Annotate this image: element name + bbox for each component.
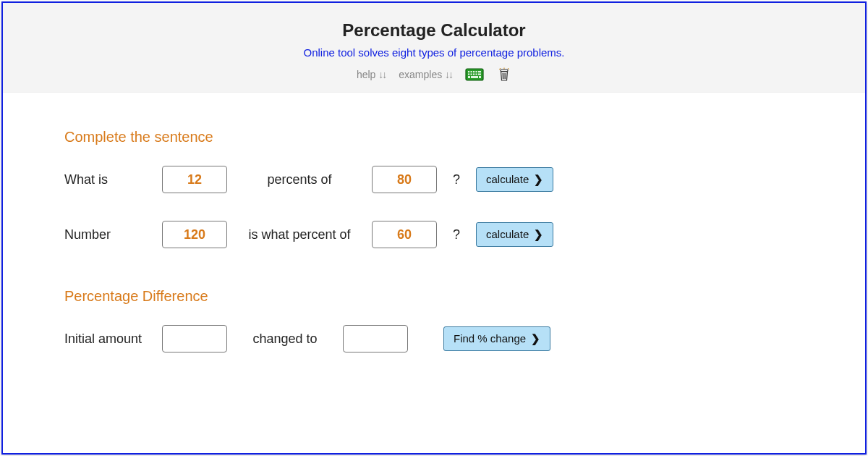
- spacer: [408, 332, 443, 347]
- percent-value-input[interactable]: [162, 166, 227, 193]
- svg-rect-11: [468, 76, 470, 78]
- svg-rect-5: [478, 71, 481, 72]
- down-arrows-icon: ↓↓: [378, 69, 386, 80]
- svg-rect-17: [501, 69, 508, 72]
- changed-to-input[interactable]: [343, 325, 408, 352]
- svg-rect-4: [476, 71, 477, 72]
- app-frame: Percentage Calculator Online tool solves…: [1, 1, 867, 455]
- row-number-is: Number is what percent of ? calculate ❯: [64, 221, 804, 248]
- section-title-complete: Complete the sentence: [64, 129, 804, 145]
- calculate-button[interactable]: calculate ❯: [476, 222, 553, 247]
- base-value-input[interactable]: [372, 166, 437, 193]
- chevron-right-icon: ❯: [531, 332, 540, 345]
- number-input[interactable]: [162, 221, 227, 248]
- button-label: calculate: [486, 173, 529, 185]
- trash-icon[interactable]: [497, 67, 511, 82]
- help-link[interactable]: help ↓↓: [357, 69, 386, 80]
- calculate-button[interactable]: calculate ❯: [476, 167, 553, 192]
- row-lead-label: What is: [64, 172, 162, 187]
- button-label: calculate: [486, 228, 529, 240]
- header: Percentage Calculator Online tool solves…: [3, 3, 865, 93]
- initial-amount-input[interactable]: [162, 325, 227, 352]
- page-subtitle: Online tool solves eight types of percen…: [3, 46, 865, 59]
- examples-label: examples: [399, 69, 442, 80]
- row-mid-label: is what percent of: [227, 227, 372, 242]
- section-title-difference: Percentage Difference: [64, 288, 804, 305]
- svg-rect-12: [471, 76, 478, 78]
- of-value-input[interactable]: [372, 221, 437, 248]
- chevron-right-icon: ❯: [534, 228, 543, 240]
- examples-link[interactable]: examples ↓↓: [399, 69, 452, 80]
- keyboard-icon[interactable]: [465, 68, 484, 81]
- svg-rect-3: [473, 71, 475, 72]
- question-mark: ?: [437, 227, 476, 242]
- button-label: Find % change: [454, 332, 526, 345]
- down-arrows-icon: ↓↓: [445, 69, 452, 80]
- row-percent-change: Initial amount changed to Find % change …: [64, 325, 804, 352]
- row-mid-label: changed to: [227, 332, 343, 347]
- svg-rect-13: [479, 76, 481, 78]
- svg-rect-7: [471, 74, 472, 75]
- toolbar: help ↓↓ examples ↓↓: [3, 67, 865, 82]
- page-title: Percentage Calculator: [3, 20, 865, 41]
- svg-rect-6: [468, 74, 469, 75]
- svg-rect-10: [478, 74, 481, 75]
- svg-line-14: [499, 68, 501, 69]
- row-what-is: What is percents of ? calculate ❯: [64, 166, 804, 193]
- row-lead-label: Number: [64, 227, 162, 242]
- question-mark: ?: [437, 172, 476, 187]
- row-lead-label: Initial amount: [64, 332, 162, 347]
- help-label: help: [357, 69, 375, 80]
- svg-rect-9: [476, 74, 477, 75]
- find-change-button[interactable]: Find % change ❯: [443, 326, 550, 351]
- svg-rect-2: [471, 71, 472, 72]
- chevron-right-icon: ❯: [534, 173, 543, 185]
- svg-rect-1: [468, 71, 469, 72]
- row-mid-label: percents of: [227, 172, 372, 187]
- main-content: Complete the sentence What is percents o…: [3, 93, 865, 394]
- svg-line-16: [508, 68, 509, 69]
- svg-rect-8: [473, 74, 475, 75]
